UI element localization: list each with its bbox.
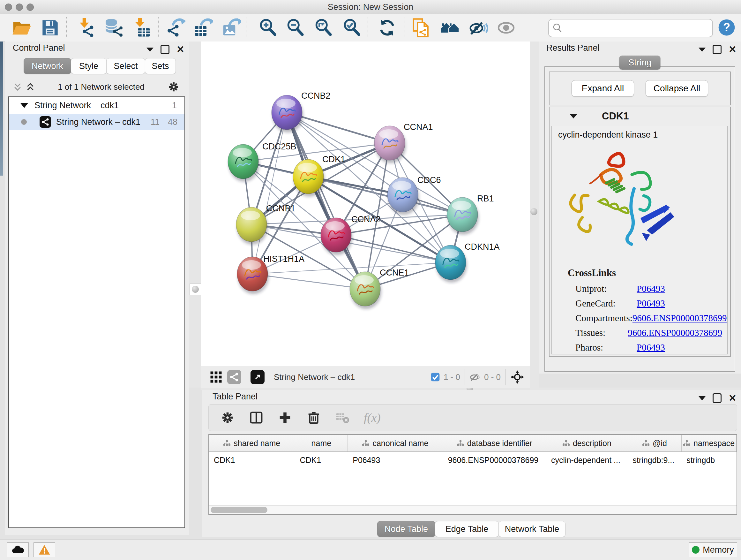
zoom-in-button[interactable]: [258, 17, 278, 38]
new-network-from-selection-button[interactable]: [412, 17, 432, 38]
node-CCNB2[interactable]: CCNB2: [272, 91, 331, 132]
node-RB1[interactable]: RB1: [447, 194, 494, 235]
right-splitter-handle[interactable]: [530, 208, 537, 215]
column-header--id[interactable]: @id: [628, 435, 682, 451]
network-canvas[interactable]: CCNB2CCNA1CDC25BCDK1CDC6RB1CCNB1CCNA2CDK…: [201, 42, 530, 366]
node-CDC6[interactable]: CDC6: [387, 175, 441, 215]
show-columns-icon[interactable]: [249, 410, 264, 425]
crosslink-link[interactable]: P06493: [636, 284, 665, 294]
import-network-button[interactable]: [76, 17, 96, 38]
cloud-status-button[interactable]: [7, 543, 29, 557]
node-CDC25B[interactable]: CDC25B: [228, 142, 296, 182]
hide-selected-button[interactable]: [468, 17, 488, 38]
export-network-button[interactable]: [165, 17, 186, 38]
panel-float-icon[interactable]: [160, 45, 170, 54]
expand-all-tree-icon[interactable]: [13, 82, 22, 91]
column-header-canonical-name[interactable]: canonical name: [348, 435, 443, 451]
edge-CCNA2-CDKN1A[interactable]: [336, 235, 451, 262]
memory-button[interactable]: Memory: [689, 543, 737, 557]
show-all-button[interactable]: [496, 17, 516, 38]
add-column-icon[interactable]: [278, 410, 292, 425]
collapse-all-button[interactable]: Collapse All: [646, 80, 708, 97]
node-gloss: [392, 181, 411, 191]
scrollbar-thumb[interactable]: [211, 507, 267, 513]
horizontal-scrollbar[interactable]: [209, 505, 737, 514]
tab-network[interactable]: Network: [23, 58, 71, 74]
grid-view-icon[interactable]: [209, 370, 223, 384]
edge-CCNB2-HIST1H1A[interactable]: [253, 112, 287, 274]
panel-menu-icon[interactable]: [146, 48, 153, 52]
collection-expand-icon[interactable]: [20, 103, 28, 108]
export-table-button[interactable]: [193, 17, 213, 38]
search-input[interactable]: [563, 21, 709, 35]
crosslink-link[interactable]: 9606.ENSP00000378699: [628, 327, 722, 338]
network-row[interactable]: String Network – cdk1 11 48: [9, 114, 185, 130]
collapse-gene-icon[interactable]: [570, 114, 577, 118]
panel-close-icon[interactable]: ✕: [729, 46, 737, 53]
export-image-button[interactable]: [221, 17, 242, 38]
network-view-share-icon[interactable]: [227, 370, 241, 384]
zoom-selected-button[interactable]: [342, 17, 362, 38]
network-collection-row[interactable]: String Network – cdk1 1: [9, 97, 185, 114]
column-header-database-identifier[interactable]: database identifier: [443, 435, 546, 451]
node-CDKN1A[interactable]: CDKN1A: [435, 242, 500, 283]
left-splitter-handle[interactable]: [190, 284, 201, 295]
birds-eye-view-icon[interactable]: [251, 370, 265, 384]
collapse-all-tree-icon[interactable]: [25, 82, 35, 91]
open-session-button[interactable]: [11, 17, 32, 38]
search-box[interactable]: [548, 19, 713, 37]
node-HIST1H1A[interactable]: HIST1H1A: [237, 254, 305, 294]
fit-content-crosshair-icon[interactable]: [510, 370, 525, 384]
panel-float-icon[interactable]: [713, 393, 722, 403]
table-settings-gear-icon[interactable]: [220, 410, 235, 425]
edge-HIST1H1A-CCNE1[interactable]: [253, 274, 365, 289]
column-header-description[interactable]: description: [546, 435, 628, 451]
hidden-eye-slash-icon[interactable]: [469, 371, 481, 383]
tab-network-table[interactable]: Network Table: [498, 521, 565, 537]
crosslink-link[interactable]: P06493: [636, 298, 665, 309]
tab-sets[interactable]: Sets: [145, 58, 176, 74]
tab-node-table[interactable]: Node Table: [377, 521, 435, 537]
panel-menu-icon[interactable]: [698, 48, 705, 52]
column-header-name[interactable]: name: [295, 435, 348, 451]
help-button[interactable]: ?: [718, 18, 736, 37]
gear-icon[interactable]: [167, 80, 180, 93]
crosslink-link[interactable]: 9606.ENSP00000378699: [632, 313, 727, 323]
gene-section-header[interactable]: CDK1: [549, 107, 730, 125]
expand-all-button[interactable]: Expand All: [571, 80, 634, 97]
zoom-fit-button[interactable]: [313, 17, 334, 38]
refresh-button[interactable]: [377, 17, 397, 38]
selected-checkbox-icon[interactable]: [430, 372, 441, 382]
table-panel-tabs: Node TableEdge TableNetwork Table: [377, 521, 565, 537]
import-network-from-database-button[interactable]: [103, 17, 124, 38]
network-tree-header: 1 of 1 Network selected: [8, 78, 185, 96]
warnings-button[interactable]: [33, 543, 55, 557]
column-header-shared-name[interactable]: shared name: [209, 435, 295, 451]
table-row[interactable]: CDK1CDK1P064939606.ENSP00000378699cyclin…: [209, 452, 737, 468]
network-graph[interactable]: CCNB2CCNA1CDC25BCDK1CDC6RB1CCNB1CCNA2CDK…: [201, 42, 530, 366]
first-neighbors-button[interactable]: [440, 17, 461, 38]
tab-edge-table[interactable]: Edge Table: [435, 521, 499, 537]
panel-close-icon[interactable]: ✕: [177, 46, 185, 53]
column-header-namespace[interactable]: namespace: [682, 435, 737, 451]
left-splitter[interactable]: [189, 42, 201, 388]
node-CCNE1[interactable]: CCNE1: [350, 268, 409, 309]
tab-string[interactable]: String: [619, 56, 660, 70]
delete-column-trash-icon[interactable]: [307, 410, 321, 425]
panel-close-icon[interactable]: ✕: [729, 394, 737, 402]
column-header-label: @id: [653, 439, 667, 448]
panel-float-icon[interactable]: [713, 45, 722, 54]
node-CCNB1[interactable]: CCNB1: [236, 204, 295, 245]
table-cell: stringdb:9...: [628, 452, 682, 468]
tab-select[interactable]: Select: [106, 58, 145, 74]
save-session-button[interactable]: [40, 17, 60, 38]
column-network-icon: [457, 440, 464, 446]
control-panel: Control Panel ✕ NetworkStyleSelectSets 1…: [5, 42, 189, 535]
duplicate-network-icon: [412, 18, 431, 37]
crosslink-link[interactable]: P06493: [636, 342, 665, 353]
tab-style[interactable]: Style: [71, 58, 107, 74]
panel-menu-icon[interactable]: [698, 396, 705, 400]
import-table-button[interactable]: [131, 17, 152, 38]
zoom-out-button[interactable]: [285, 17, 306, 38]
node-CDK1[interactable]: CDK1: [293, 154, 345, 197]
